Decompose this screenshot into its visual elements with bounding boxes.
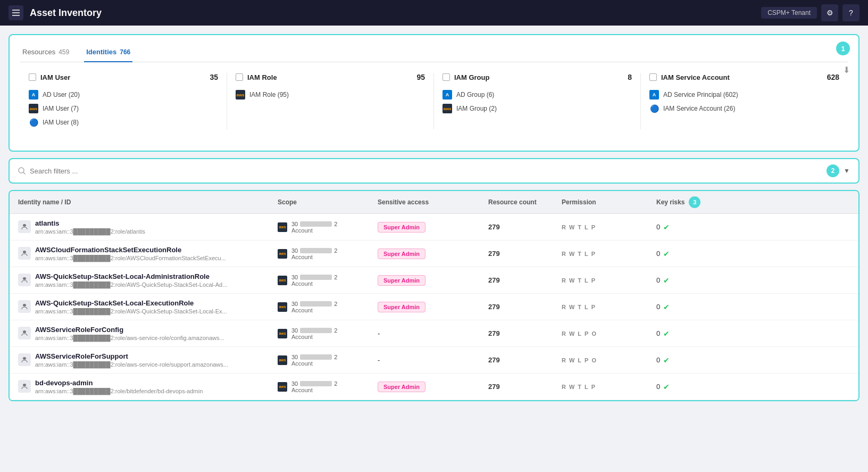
scope-cell: aws 302 Account — [278, 221, 373, 234]
scope-id: 302 — [291, 354, 337, 360]
risk-ok-icon: ✔ — [663, 276, 670, 285]
gcp-iam-user-item[interactable]: 🔵 IAM User (8) — [29, 115, 218, 129]
key-risks-cell: 0 ✔ — [656, 329, 720, 338]
resource-count-value: 279 — [488, 276, 500, 284]
aws-iam-role-item[interactable]: aws IAM Role (95) — [236, 88, 425, 102]
gear-button[interactable]: ⚙ — [821, 4, 838, 21]
identity-summary-card: Resources 459 Identities 766 1 ⬇ I — [9, 34, 859, 152]
iam-role-checkbox[interactable] — [236, 73, 243, 81]
svg-rect-10 — [23, 357, 26, 360]
aws-scope-icon: aws — [278, 355, 287, 365]
resource-count-value: 279 — [488, 356, 500, 364]
iam-group-col: IAM Group 8 A AD Group (6) aws IAM Group… — [434, 73, 641, 129]
identity-name-info: AWS-QuickSetup-StackSet-Local-Administra… — [35, 272, 227, 288]
ad-user-item[interactable]: A AD User (20) — [29, 88, 218, 102]
table-row[interactable]: AWS-QuickSetup-StackSet-Local-ExecutionR… — [10, 294, 858, 320]
resource-count-value: 279 — [488, 223, 500, 231]
help-button[interactable]: ? — [842, 4, 859, 21]
perm-letter-L: L — [585, 224, 588, 230]
resource-count-col-header: Resource count — [488, 198, 557, 206]
identity-arn: arn:aws:iam::3█████████2:role/bitdefende… — [35, 388, 203, 394]
tab-identities[interactable]: Identities 766 — [84, 44, 132, 62]
gcp-service-account-item[interactable]: 🔵 IAM Service Account (26) — [649, 102, 839, 115]
iam-service-account-count: 628 — [827, 73, 839, 81]
identity-name-text: AWSServiceRoleForSupport — [35, 352, 228, 360]
table-row[interactable]: AWSServiceRoleForSupport arn:aws:iam::3█… — [10, 347, 858, 374]
ad-group-item[interactable]: A AD Group (6) — [443, 88, 632, 102]
iam-user-checkbox[interactable] — [29, 73, 36, 81]
risk-ok-icon: ✔ — [663, 303, 670, 311]
aws-scope-icon: aws — [278, 276, 287, 285]
key-risks-cell: 0 ✔ — [656, 250, 720, 258]
svg-rect-5 — [23, 224, 26, 227]
scope-type: Account — [291, 280, 337, 287]
permission-cell: RWLPO — [562, 357, 652, 363]
search-input[interactable] — [30, 167, 822, 175]
table-row[interactable]: atlantis arn:aws:iam::3█████████2:role/a… — [10, 214, 858, 241]
iam-group-count: 8 — [628, 73, 632, 81]
tab-resources[interactable]: Resources 459 — [20, 44, 71, 62]
perm-letter-R: R — [562, 384, 566, 390]
identity-arn: arn:aws:iam::3█████████2:role/aws-servic… — [35, 335, 224, 341]
ad-service-principal-item[interactable]: A AD Service Principal (602) — [649, 88, 839, 102]
identity-row-icon — [18, 300, 31, 313]
permission-cell: RWTLP — [562, 277, 652, 284]
perm-letter-T: T — [578, 304, 581, 310]
sensitive-col-header: Sensitive access — [378, 198, 484, 206]
permission-col-header: Permission — [562, 198, 652, 206]
identity-name-cell: AWSServiceRoleForSupport arn:aws:iam::3█… — [18, 352, 273, 368]
identity-name-cell: bd-devops-admin arn:aws:iam::3█████████2… — [18, 379, 273, 394]
identity-name-info: AWSCloudFormationStackSetExecutionRole a… — [35, 246, 226, 261]
ad-user-label: AD User (20) — [43, 91, 80, 98]
sensitive-access-cell: - — [378, 356, 484, 364]
table-row[interactable]: AWS-QuickSetup-StackSet-Local-Administra… — [10, 267, 858, 294]
key-risks-cell: 0 ✔ — [656, 276, 720, 285]
aws-iam-group-item[interactable]: aws IAM Group (2) — [443, 102, 632, 115]
identity-arn: arn:aws:iam::3█████████2:role/AWS-QuickS… — [35, 308, 227, 314]
svg-rect-9 — [23, 330, 26, 333]
risk-ok-icon: ✔ — [663, 250, 670, 258]
svg-rect-6 — [23, 251, 26, 253]
iam-service-account-header-left: IAM Service Account — [649, 73, 730, 81]
perm-letter-L: L — [585, 304, 588, 310]
super-admin-badge: Super Admin — [378, 302, 425, 312]
aws-iam-role-label: IAM Role (95) — [249, 91, 289, 98]
gcp-icon: 🔵 — [649, 104, 659, 113]
identity-row-icon — [18, 353, 31, 366]
iam-service-account-checkbox[interactable] — [649, 73, 657, 81]
risk-count: 0 — [656, 250, 660, 258]
iam-role-header-left: IAM Role — [236, 73, 277, 81]
perm-letter-P: P — [591, 251, 595, 257]
perm-letter-L: L — [585, 251, 588, 257]
aws-iam-user-item[interactable]: aws IAM User (7) — [29, 102, 218, 115]
scope-col-label: Scope — [278, 198, 297, 206]
resource-count-value: 279 — [488, 250, 500, 258]
aws-iam-user-label: IAM User (7) — [43, 105, 79, 112]
scope-col-header: Scope — [278, 198, 373, 206]
table-row[interactable]: bd-devops-admin arn:aws:iam::3█████████2… — [10, 374, 858, 400]
perm-letter-P: P — [585, 357, 588, 363]
identity-arn: arn:aws:iam::3█████████2:role/atlantis — [35, 228, 145, 235]
azure-icon: A — [443, 90, 452, 100]
resource-count-cell: 279 — [488, 356, 557, 364]
key-risks-cell: 0 ✔ — [656, 383, 720, 391]
identity-name-info: AWSServiceRoleForSupport arn:aws:iam::3█… — [35, 352, 228, 368]
search-chevron-icon[interactable]: ▼ — [844, 167, 850, 175]
identity-table-card: Identity name / ID Scope Sensitive acces… — [9, 190, 859, 401]
iam-group-checkbox[interactable] — [443, 73, 450, 81]
perm-letter-W: W — [569, 330, 574, 337]
download-button[interactable]: ⬇ — [843, 65, 850, 75]
table-row[interactable]: AWSCloudFormationStackSetExecutionRole a… — [10, 241, 858, 267]
key-risks-col-label: Key risks — [656, 198, 685, 206]
scope-id: 302 — [291, 301, 337, 307]
table-row[interactable]: AWSServiceRoleForConfig arn:aws:iam::3██… — [10, 320, 858, 347]
risk-ok-icon: ✔ — [663, 329, 670, 338]
key-risks-cell: 0 ✔ — [656, 303, 720, 311]
permission-col-label: Permission — [562, 198, 596, 206]
identity-col-header: Identity name / ID — [18, 198, 273, 206]
iam-role-header: IAM Role 95 — [236, 73, 425, 81]
tab-identities-count: 766 — [120, 48, 130, 56]
scope-info: 302 Account — [291, 274, 337, 287]
sidebar-toggle[interactable] — [9, 5, 23, 20]
super-admin-badge: Super Admin — [378, 275, 425, 286]
